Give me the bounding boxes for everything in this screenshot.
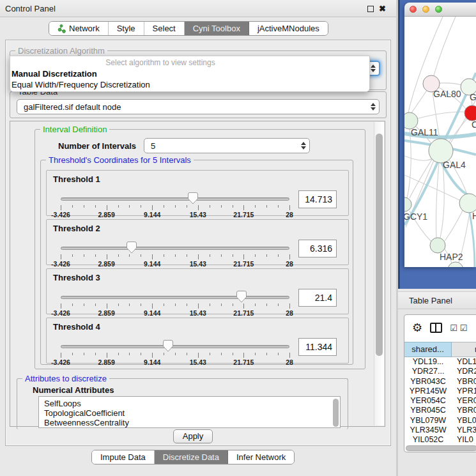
slider-thumb[interactable]: [188, 192, 198, 204]
tick-label: -3.426: [51, 309, 70, 317]
list-scrollbar-thumb[interactable]: [333, 399, 339, 427]
tick-mark: [84, 254, 84, 257]
tick-mark: [278, 254, 279, 257]
vertical-scrollbar[interactable]: [374, 122, 384, 426]
slider-thumb[interactable]: [163, 340, 173, 352]
tick-mark: [198, 254, 199, 259]
table-row[interactable]: YPR145WYPR1: [404, 387, 476, 396]
table-row[interactable]: YDL19...YDL1: [404, 357, 476, 367]
tab-discretize-data[interactable]: Discretize Data: [155, 450, 228, 464]
tick-mark: [61, 205, 61, 210]
tick-mark: [255, 254, 256, 257]
dropdown-option-manual[interactable]: Manual Discretization: [10, 68, 369, 79]
num-intervals-combobox[interactable]: 5: [144, 138, 310, 153]
algorithm-section-title: Discretization Algorithm: [15, 46, 107, 56]
tick-mark: [129, 353, 130, 355]
threshold-4-value-field[interactable]: [298, 338, 337, 356]
tick-mark: [107, 205, 107, 210]
network-node[interactable]: [459, 194, 476, 213]
tab-style[interactable]: Style: [109, 22, 144, 35]
tab-cyni-toolbox[interactable]: Cyni Toolbox: [185, 22, 249, 35]
apply-button[interactable]: Apply: [173, 429, 213, 443]
tab-network[interactable]: Network: [49, 22, 109, 35]
checkbox-checked-icon[interactable]: ☑: [460, 323, 468, 333]
tab-infer-network-label: Infer Network: [236, 450, 286, 464]
dropdown-prompt-item[interactable]: Select algorithm to view settings: [10, 56, 311, 68]
tick-mark: [95, 254, 96, 257]
tick-mark: [210, 205, 210, 208]
table-row[interactable]: YIL052CYIL0: [404, 435, 476, 445]
columns-icon[interactable]: [430, 323, 442, 333]
threshold-3-slider[interactable]: -3.4262.8599.14415.4321.71528: [61, 292, 289, 315]
tick-mark: [210, 303, 210, 306]
network-graph: GAL80GACGAL11GAL4GCY1HHAP2: [404, 17, 476, 267]
tick-label: 15.43: [190, 309, 206, 317]
network-node[interactable]: [464, 105, 476, 121]
checkbox-checked-icon[interactable]: ☑: [450, 323, 457, 333]
window-close-icon[interactable]: [410, 6, 417, 13]
tick-mark: [255, 303, 256, 306]
tick-label: 2.859: [98, 309, 114, 317]
slider-thumb[interactable]: [127, 242, 137, 254]
horizontal-scrollbar-thumb[interactable]: [406, 445, 476, 451]
threshold-2-value-field[interactable]: [298, 240, 337, 257]
column-header-name[interactable]: n: [452, 342, 476, 357]
cell-name: YDR2: [452, 367, 476, 376]
slider-track[interactable]: [61, 247, 289, 250]
threshold-1-value-field[interactable]: [298, 190, 337, 208]
table-row[interactable]: YBR043CYBR0: [404, 377, 476, 387]
tick-mark: [175, 303, 176, 306]
table-row[interactable]: YBL079WYBL0: [404, 416, 476, 426]
slider-track[interactable]: [61, 296, 289, 299]
numerical-attributes-list: SelfLoops TopologicalCoefficient Between…: [38, 396, 341, 428]
tick-label: 9.144: [144, 260, 160, 268]
tab-select[interactable]: Select: [144, 22, 185, 35]
network-canvas[interactable]: GAL80GACGAL11GAL4GCY1HHAP2: [404, 17, 476, 267]
tab-impute-data[interactable]: Impute Data: [92, 450, 155, 464]
network-node-label: GAL4: [443, 160, 466, 170]
slider-track[interactable]: [61, 345, 289, 348]
tab-jactivemnodules[interactable]: jActiveMNodules: [249, 22, 328, 35]
table-row[interactable]: YDR27...YDR2: [404, 367, 476, 376]
tab-infer-network[interactable]: Infer Network: [228, 450, 294, 464]
tick-label: 21.715: [233, 260, 254, 268]
vertical-scrollbar-thumb[interactable]: [376, 134, 383, 356]
table-row[interactable]: YBR045CYBR0: [404, 406, 476, 415]
tick-label: 21.715: [233, 309, 254, 317]
tick-mark: [84, 353, 84, 355]
threshold-3-value-field[interactable]: [298, 289, 337, 307]
slider-track[interactable]: [61, 197, 289, 201]
tick-mark: [164, 254, 164, 257]
list-item[interactable]: BetweennessCentrality: [39, 418, 340, 427]
threshold-1-slider[interactable]: -3.4262.8599.14415.4321.71528: [61, 194, 289, 217]
network-node[interactable]: [430, 238, 445, 253]
tick-label: 9.144: [144, 358, 160, 366]
slider-thumb[interactable]: [236, 291, 247, 303]
network-window-titlebar[interactable]: [404, 3, 476, 17]
gear-icon[interactable]: ⚙: [412, 322, 422, 334]
network-node[interactable]: [404, 197, 411, 211]
table-row[interactable]: YER054CYER0: [404, 396, 476, 406]
column-header-shared-name[interactable]: shared...: [404, 342, 452, 357]
table-data-section: Table Data galFiltered.sif default node: [10, 91, 387, 118]
tick-label: 2.859: [98, 260, 114, 268]
window-minimize-icon[interactable]: [422, 6, 429, 13]
network-node[interactable]: [448, 262, 463, 267]
dropdown-option-equal-width[interactable]: Equal Width/Frequency Discretization: [10, 79, 369, 90]
tick-mark: [221, 303, 222, 306]
cell-shared-name: YDL19...: [404, 357, 452, 367]
close-icon[interactable]: ✖: [379, 0, 386, 17]
table-data-combobox[interactable]: galFiltered.sif default node: [17, 99, 380, 114]
tick-mark: [255, 205, 256, 208]
window-zoom-icon[interactable]: [435, 6, 442, 13]
tick-mark: [289, 205, 290, 210]
right-region: GAL80GACGAL11GAL4GCY1HHAP2 Table Panel ⚙…: [396, 0, 476, 476]
table-row[interactable]: YLR345WYLR3: [404, 426, 476, 435]
threshold-2-slider[interactable]: -3.4262.8599.14415.4321.71528: [61, 243, 289, 266]
algorithm-dropdown-popup: Select algorithm to view settings Manual…: [10, 56, 370, 92]
threshold-4-slider[interactable]: -3.4262.8599.14415.4321.71528: [61, 341, 289, 364]
float-window-icon[interactable]: [367, 6, 374, 12]
tick-mark: [198, 353, 199, 358]
list-item[interactable]: TopologicalCoefficient: [39, 408, 340, 418]
list-item[interactable]: SelfLoops: [39, 397, 340, 408]
